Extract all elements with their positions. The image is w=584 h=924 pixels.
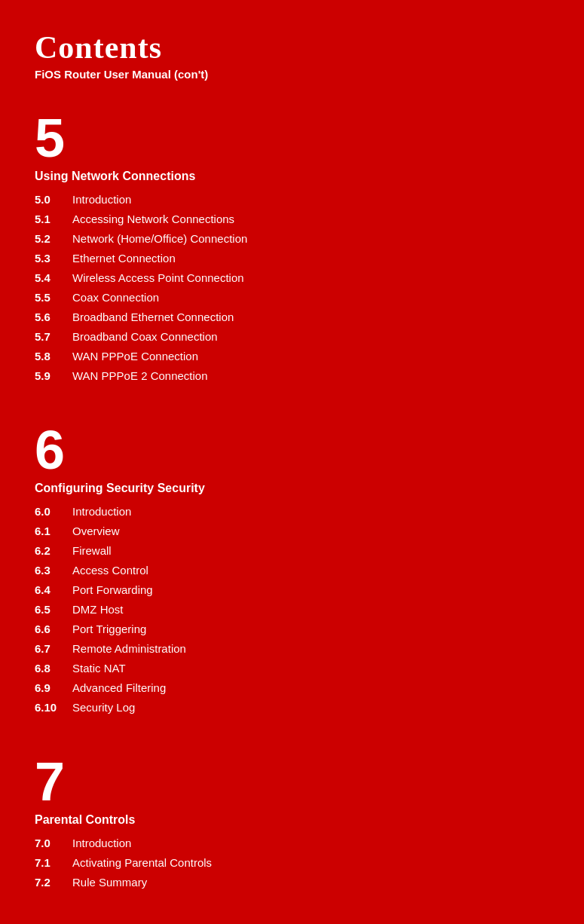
toc-item-5-5[interactable]: 5.5Coax Connection [35,289,549,307]
toc-item-5-3[interactable]: 5.3Ethernet Connection [35,249,549,268]
toc-label-6-8: Static NAT [72,659,126,678]
toc-label-6-1: Overview [72,522,120,540]
toc-number-6-5: 6.5 [35,601,72,619]
toc-label-5-8: WAN PPPoE Connection [72,347,198,366]
toc-number-6-0: 6.0 [35,503,72,521]
toc-item-7-2[interactable]: 7.2Rule Summary [35,874,549,892]
chapter-number-7: 7 [35,754,549,809]
toc-number-5-9: 5.9 [35,367,72,385]
toc-item-6-9[interactable]: 6.9Advanced Filtering [35,679,549,697]
toc-item-5-8[interactable]: 5.8WAN PPPoE Connection [35,347,549,366]
toc-number-6-10: 6.10 [35,699,72,717]
toc-item-7-0[interactable]: 7.0Introduction [35,834,549,852]
toc-label-6-7: Remote Administration [72,640,186,658]
toc-number-5-8: 5.8 [35,347,72,366]
toc-label-5-5: Coax Connection [72,289,159,307]
toc-item-6-5[interactable]: 6.5DMZ Host [35,601,549,619]
toc-label-5-9: WAN PPPoE 2 Connection [72,367,208,385]
toc-label-6-6: Port Triggering [72,620,146,638]
toc-item-6-0[interactable]: 6.0Introduction [35,503,549,521]
toc-item-5-7[interactable]: 5.7Broadband Coax Connection [35,328,549,346]
toc-label-6-2: Firewall [72,542,112,560]
toc-item-6-6[interactable]: 6.6Port Triggering [35,620,549,638]
chapter-7: 7Parental Controls7.0Introduction7.1Acti… [35,754,549,892]
contents-title: Contents [35,30,549,65]
toc-number-5-7: 5.7 [35,328,72,346]
toc-number-6-3: 6.3 [35,561,72,580]
toc-number-5-3: 5.3 [35,249,72,268]
toc-label-5-6: Broadband Ethernet Connection [72,308,234,326]
toc-item-5-1[interactable]: 5.1Accessing Network Connections [35,210,549,228]
toc-item-7-1[interactable]: 7.1Activating Parental Controls [35,854,549,872]
toc-number-6-9: 6.9 [35,679,72,697]
toc-item-6-4[interactable]: 6.4Port Forwarding [35,581,549,599]
subtitle: FiOS Router User Manual (con't) [35,68,549,81]
chapter-title-5: Using Network Connections [35,170,549,183]
toc-number-5-4: 5.4 [35,269,72,287]
toc-label-5-7: Broadband Coax Connection [72,328,218,346]
toc-number-5-0: 5.0 [35,191,72,209]
toc-number-5-5: 5.5 [35,289,72,307]
toc-number-6-6: 6.6 [35,620,72,638]
page-header: Contents FiOS Router User Manual (con't) [35,30,549,81]
toc-number-7-0: 7.0 [35,834,72,852]
toc-item-6-1[interactable]: 6.1Overview [35,522,549,540]
toc-label-6-5: DMZ Host [72,601,124,619]
toc-item-6-3[interactable]: 6.3Access Control [35,561,549,580]
toc-label-7-0: Introduction [72,834,131,852]
toc-item-5-6[interactable]: 5.6Broadband Ethernet Connection [35,308,549,326]
toc-label-6-9: Advanced Filtering [72,679,166,697]
toc-label-7-2: Rule Summary [72,874,147,892]
toc-number-7-1: 7.1 [35,854,72,872]
toc-item-6-10[interactable]: 6.10Security Log [35,699,549,717]
toc-label-5-4: Wireless Access Point Connection [72,269,244,287]
toc-item-5-9[interactable]: 5.9WAN PPPoE 2 Connection [35,367,549,385]
toc-label-6-3: Access Control [72,561,148,580]
chapter-number-6: 6 [35,423,549,477]
toc-number-5-6: 5.6 [35,308,72,326]
chapter-title-6: Configuring Security Security [35,482,549,495]
toc-label-5-1: Accessing Network Connections [72,210,234,228]
toc-item-6-2[interactable]: 6.2Firewall [35,542,549,560]
toc-number-6-4: 6.4 [35,581,72,599]
toc-label-7-1: Activating Parental Controls [72,854,212,872]
toc-number-7-2: 7.2 [35,874,72,892]
chapter-5: 5Using Network Connections5.0Introductio… [35,111,549,385]
toc-item-6-8[interactable]: 6.8Static NAT [35,659,549,678]
chapter-title-7: Parental Controls [35,813,549,827]
toc-item-5-2[interactable]: 5.2Network (Home/Office) Connection [35,230,549,248]
toc-item-5-4[interactable]: 5.4Wireless Access Point Connection [35,269,549,287]
toc-number-6-1: 6.1 [35,522,72,540]
toc-label-6-0: Introduction [72,503,131,521]
toc-number-6-7: 6.7 [35,640,72,658]
toc-label-6-10: Security Log [72,699,135,717]
toc-number-6-2: 6.2 [35,542,72,560]
toc-number-5-1: 5.1 [35,210,72,228]
toc-item-6-7[interactable]: 6.7Remote Administration [35,640,549,658]
toc-number-5-2: 5.2 [35,230,72,248]
chapter-number-5: 5 [35,111,549,165]
toc-label-6-4: Port Forwarding [72,581,153,599]
toc-label-5-3: Ethernet Connection [72,249,176,268]
chapter-6: 6Configuring Security Security6.0Introdu… [35,423,549,717]
toc-label-5-0: Introduction [72,191,131,209]
toc-label-5-2: Network (Home/Office) Connection [72,230,247,248]
toc-item-5-0[interactable]: 5.0Introduction [35,191,549,209]
toc-number-6-8: 6.8 [35,659,72,678]
